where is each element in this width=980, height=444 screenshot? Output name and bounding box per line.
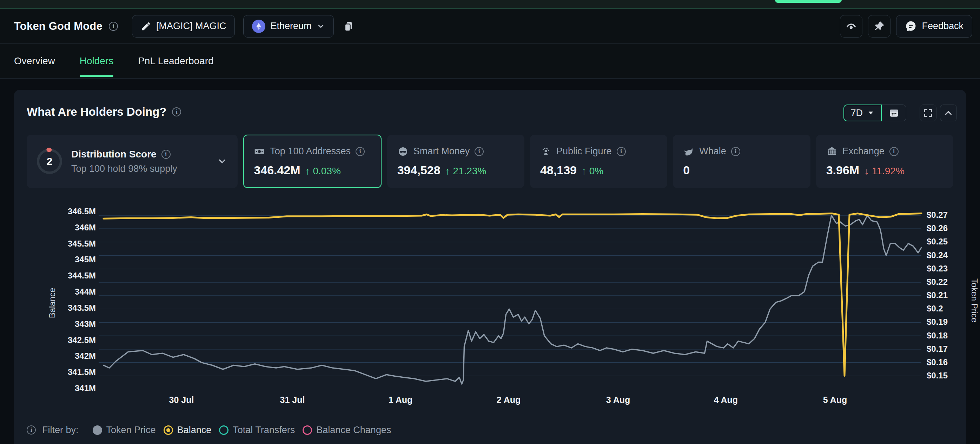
tab-pnl-leaderboard[interactable]: PnL Leaderboard — [138, 44, 213, 78]
tile-change: ↑ 21.23% — [445, 165, 487, 177]
tab-overview-label: Overview — [14, 56, 55, 67]
x-tick-label: 31 Jul — [271, 395, 313, 405]
chevron-down-icon — [867, 109, 875, 117]
panel-controls: 7D — [843, 105, 957, 121]
balance-tick-label: 344.5M — [14, 271, 96, 281]
page-header: Token God Mode i [MAGIC] MAGIC Ethereum … — [0, 9, 980, 44]
pin-button[interactable] — [868, 15, 891, 38]
x-axis: 30 Jul31 Jul1 Aug2 Aug3 Aug4 Aug5 Aug — [14, 395, 966, 407]
chart-plot-area[interactable] — [103, 207, 921, 393]
calendar-button[interactable] — [882, 105, 906, 121]
tile-exchange[interactable]: Exchange i 3.96M ↓ 11.92% — [816, 135, 953, 188]
radio-icon — [219, 425, 229, 435]
chain-select[interactable]: Ethereum — [243, 15, 334, 38]
date-range-selector[interactable]: 7D — [843, 105, 882, 121]
x-tick-label: 3 Aug — [597, 395, 639, 405]
price-tick-label: $0.2 — [927, 304, 943, 314]
feedback-button[interactable]: Feedback — [896, 15, 972, 38]
exchange-icon — [826, 146, 837, 157]
filter-option-token-price[interactable]: Token Price — [93, 425, 156, 436]
x-tick-label: 4 Aug — [705, 395, 747, 405]
tab-underline — [80, 75, 113, 77]
holder-stat-tiles: 2 Distribution Score i Top 100 hold 98% … — [27, 135, 953, 188]
browser-top-strip — [0, 0, 980, 9]
banknote-icon — [254, 146, 265, 157]
price-tick-label: $0.22 — [927, 277, 948, 287]
series-balance[interactable] — [103, 214, 921, 376]
filter-option-total-transfers[interactable]: Total Transfers — [219, 425, 295, 436]
chevron-down-icon — [317, 22, 325, 30]
radio-icon — [164, 425, 173, 435]
filter-by-label: Filter by: — [42, 425, 79, 436]
price-tick-label: $0.19 — [927, 317, 948, 327]
info-icon[interactable]: i — [474, 147, 484, 156]
tile-distribution-score[interactable]: 2 Distribution Score i Top 100 hold 98% … — [27, 135, 238, 188]
tile-value: 394,528 — [397, 163, 441, 177]
filter-option-balance[interactable]: Balance — [164, 425, 212, 436]
balance-tick-label: 342M — [14, 351, 96, 361]
filter-option-label: Balance — [177, 425, 212, 436]
info-icon[interactable]: i — [161, 150, 170, 159]
calendar-icon — [889, 108, 899, 118]
tile-label: Distribution Score — [71, 149, 156, 160]
x-tick-label: 30 Jul — [161, 395, 202, 405]
tile-value: 0 — [683, 163, 690, 177]
tile-top-100-addresses[interactable]: Top 100 Addresses i 346.42M ↑ 0.03% — [243, 135, 381, 188]
tile-smart-money[interactable]: Smart Money i 394,528 ↑ 21.23% — [387, 135, 524, 188]
price-tick-label: $0.17 — [927, 344, 948, 354]
info-icon[interactable]: i — [617, 147, 626, 156]
tile-label: Public Figure — [556, 146, 612, 157]
radio-icon — [302, 425, 312, 435]
collapse-button[interactable] — [940, 105, 957, 121]
balance-tick-label: 345.5M — [14, 239, 96, 249]
filter-option-balance-changes[interactable]: Balance Changes — [302, 425, 391, 436]
tile-value: 346.42M — [254, 163, 300, 177]
balance-tick-label: 344M — [14, 287, 96, 297]
info-icon[interactable]: i — [172, 107, 181, 116]
feedback-label: Feedback — [922, 21, 964, 32]
tab-overview[interactable]: Overview — [14, 44, 55, 78]
series-token-price[interactable] — [103, 215, 921, 384]
price-tick-label: $0.18 — [927, 331, 948, 341]
date-range-value: 7D — [851, 108, 863, 119]
copy-icon[interactable] — [343, 21, 354, 32]
tile-label: Exchange — [842, 146, 885, 157]
tile-change: ↑ 0.03% — [305, 165, 341, 177]
info-icon[interactable]: i — [109, 22, 118, 31]
price-tick-label: $0.15 — [927, 371, 948, 381]
tab-holders[interactable]: Holders — [80, 44, 113, 78]
info-icon[interactable]: i — [731, 147, 740, 156]
tab-bar: Overview Holders PnL Leaderboard — [0, 44, 980, 79]
tile-label: Top 100 Addresses — [270, 146, 351, 157]
balance-tick-label: 346.5M — [14, 206, 96, 216]
price-tick-label: $0.16 — [927, 357, 948, 367]
holders-chart[interactable]: Balance Token Price 346.5M346M345.5M345M… — [14, 197, 966, 407]
y-axis-title-token-price: Token Price — [969, 279, 979, 292]
x-tick-label: 1 Aug — [379, 395, 422, 405]
tile-public-figure[interactable]: Public Figure i 48,139 ↑ 0% — [530, 135, 667, 188]
token-select-label: [MAGIC] MAGIC — [156, 21, 226, 32]
chevron-down-icon[interactable] — [217, 156, 228, 166]
tile-change: ↑ 0% — [582, 165, 603, 177]
balance-tick-label: 341.5M — [14, 367, 96, 377]
token-select-button[interactable]: [MAGIC] MAGIC — [132, 15, 235, 38]
balance-tick-label: 343.5M — [14, 303, 96, 313]
price-tick-label: $0.26 — [927, 224, 948, 233]
info-icon[interactable]: i — [27, 425, 36, 434]
tile-label: Smart Money — [414, 146, 470, 157]
filter-option-label: Balance Changes — [316, 425, 391, 436]
distribution-score-gauge: 2 — [37, 149, 62, 174]
watchlist-eye-button[interactable] — [840, 15, 862, 38]
info-icon[interactable]: i — [356, 147, 365, 156]
tile-whale[interactable]: Whale i 0 — [673, 135, 810, 188]
tile-change: ↓ 11.92% — [864, 165, 905, 177]
price-tick-label: $0.21 — [927, 290, 948, 300]
public-figure-icon — [540, 146, 551, 157]
fullscreen-icon — [923, 108, 933, 118]
whale-icon — [683, 146, 694, 157]
fullscreen-button[interactable] — [920, 105, 937, 121]
info-icon[interactable]: i — [889, 147, 899, 156]
chain-select-label: Ethereum — [270, 21, 311, 32]
tab-pnl-leaderboard-label: PnL Leaderboard — [138, 56, 213, 67]
price-tick-label: $0.23 — [927, 264, 948, 274]
